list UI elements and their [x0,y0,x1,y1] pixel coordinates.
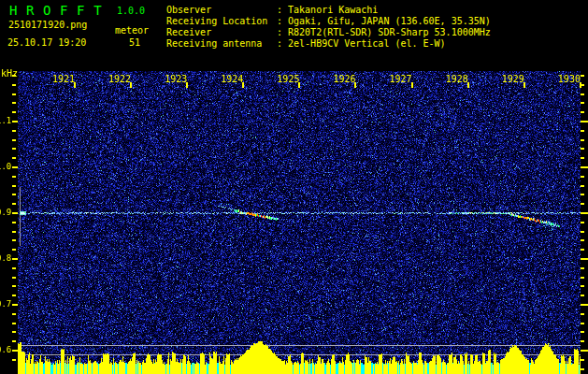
info-label-location: Receiving Location [166,17,267,26]
freq-tick-minor [581,359,584,361]
time-tick [523,82,525,88]
freq-tick-minor [581,130,584,132]
freq-tick-major [581,212,588,214]
freq-tick-minor [12,130,16,132]
freq-tick-minor [12,148,16,150]
y-axis-label: 0.9 [0,209,11,217]
freq-tick-minor [12,194,16,195]
info-value-location: : Ogaki, Gifu, JAPAN (136.60E, 35.35N) [277,17,491,26]
freq-tick-minor [12,111,16,113]
freq-tick-minor [12,331,16,333]
freq-tick-minor [581,331,584,333]
y-axis-label: 0.7 [0,300,11,309]
freq-tick-minor [581,139,584,141]
freq-tick-minor [12,231,16,233]
meteor-count: 51 [129,38,140,48]
freq-tick-minor [581,203,584,205]
x-axis-label: 1926 [333,75,357,84]
freq-tick-minor [581,340,584,342]
freq-tick-minor [12,75,16,77]
freq-tick-minor [581,148,584,150]
freq-tick-minor [581,249,584,251]
time-tick [354,82,356,88]
freq-tick-major [12,121,18,122]
time-tick [242,82,244,88]
freq-tick-major [581,121,588,122]
y-axis-label: 0.8 [0,254,11,263]
freq-tick-minor [12,222,16,223]
freq-tick-major [12,350,18,352]
time-tick [74,82,76,88]
freq-tick-minor [581,176,584,178]
freq-tick-major [581,258,588,260]
info-value-antenna: : 2el-HB9CV Vertical (el. E-W) [277,39,446,49]
x-axis-label: 1929 [501,75,525,84]
freq-tick-minor [12,277,16,279]
freq-tick-major [12,166,18,168]
x-axis-label: 1930 [557,75,581,84]
app-title: HROFFT [9,4,110,17]
info-value-receiver: : R820T2(RTL-SDR) SDR-Sharp 53.1000MHz [277,28,491,37]
output-filename: 2510171920.png [8,21,87,30]
freq-tick-minor [12,267,16,269]
time-tick [186,82,188,88]
info-label-antenna: Receiving antenna [166,39,262,49]
freq-tick-minor [581,285,584,287]
y-axis-label: 1.1 [0,117,11,125]
freq-tick-major [12,212,18,214]
freq-tick-major [581,304,588,306]
x-axis-label: 1924 [220,75,244,84]
time-tick [467,82,469,88]
freq-tick-minor [581,185,584,187]
mode-label: meteor [115,26,149,36]
x-axis-label: 1927 [389,75,413,84]
freq-tick-minor [12,139,16,141]
freq-tick-minor [12,203,16,205]
freq-tick-minor [581,94,584,95]
app-version: 1.0.0 [117,7,145,16]
spectrogram-canvas [18,71,581,374]
info-label-observer: Observer [166,6,211,15]
time-tick [411,82,413,88]
freq-tick-minor [581,231,584,233]
freq-tick-minor [581,277,584,279]
freq-tick-minor [12,176,16,178]
frame-datetime: 25.10.17 19:20 [7,38,86,48]
freq-tick-minor [581,194,584,195]
freq-tick-minor [12,102,16,104]
freq-tick-minor [12,313,16,315]
freq-tick-minor [581,323,584,324]
info-value-observer: : Takanori Kawachi [277,6,378,15]
freq-tick-minor [12,185,16,187]
freq-tick-minor [12,94,16,95]
y-axis-unit-label: kHz [1,69,18,79]
freq-tick-minor [581,111,584,113]
freq-tick-minor [12,323,16,324]
freq-tick-minor [581,368,584,370]
freq-tick-minor [12,359,16,361]
freq-tick-minor [12,157,16,159]
freq-tick-minor [581,295,584,296]
freq-tick-major [12,304,18,306]
freq-tick-minor [581,102,584,104]
freq-tick-minor [12,239,16,241]
x-axis-label: 1925 [276,75,300,84]
time-tick [130,82,132,88]
freq-tick-major [581,350,588,352]
x-axis-label: 1921 [51,75,76,84]
freq-tick-minor [581,313,584,315]
x-axis-label: 1922 [108,75,132,84]
freq-tick-minor [12,249,16,251]
freq-tick-minor [12,340,16,342]
hrofft-spectrogram-image: HROFFT 1.0.0 2510171920.png meteor 25.10… [0,0,588,374]
y-axis-label: 0.6 [0,346,11,354]
freq-tick-minor [12,84,16,86]
freq-tick-minor [581,157,584,159]
time-tick [580,82,581,88]
time-tick [298,82,300,88]
freq-tick-minor [581,239,584,241]
y-axis-label: 1.0 [0,163,11,171]
freq-tick-minor [12,295,16,296]
freq-tick-minor [581,267,584,269]
freq-tick-major [581,166,588,168]
